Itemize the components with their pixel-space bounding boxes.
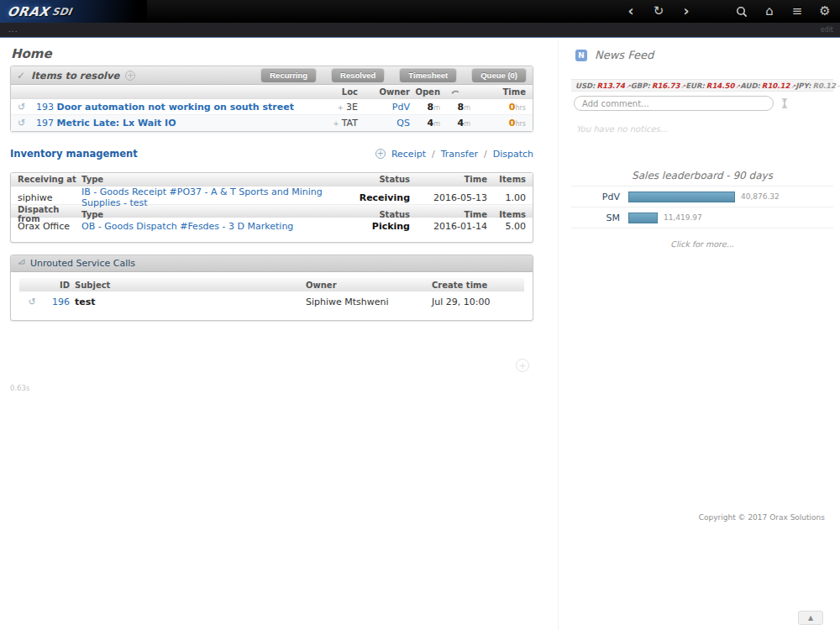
recurring-button[interactable]: Recurring — [260, 68, 317, 83]
dispatch-type-link[interactable]: OB - Goods Dispatch #Fesdes - 3 D Market… — [81, 221, 326, 232]
render-time: 0.63s — [10, 384, 29, 392]
item-waiting-time: 8m — [440, 102, 470, 113]
add-receipt-icon[interactable]: + — [375, 149, 386, 159]
currency-ticker: USD:R13.74↗ GBP:R16.73↗ EUR:R14.50↗ AUD:… — [571, 79, 833, 92]
edit-link[interactable]: edit — [821, 26, 833, 34]
more-menu-button[interactable]: ... — [8, 25, 18, 34]
receiving-column-header: Receiving at Type Status Time Items — [11, 173, 533, 186]
inventory-actions: + Receipt / Transfer / Dispatch — [375, 149, 533, 160]
home-icon[interactable]: ⌂ — [763, 4, 776, 19]
refresh-icon[interactable]: ↻ — [652, 4, 665, 19]
item-subject[interactable]: 197 Metric Late: Lx Wait IO — [36, 118, 314, 129]
receipt-link[interactable]: Receipt — [391, 149, 426, 160]
dispatch-location: Orax Office — [18, 221, 81, 232]
leaderboard-row: SM 11,419.97 — [571, 207, 833, 228]
receipt-type-link[interactable]: IB - Goods Receipt #PO37 - A & T Sports … — [81, 186, 326, 208]
service-calls-panel: Unrouted Service Calls ID Subject Owner … — [10, 255, 533, 321]
service-call-id[interactable]: 196 — [45, 297, 70, 307]
expand-icon: + — [338, 103, 344, 112]
leaderboard-title: Sales leaderboard - 90 days — [571, 170, 833, 181]
items-column-header: Loc Owner Open Time — [11, 85, 533, 99]
receiving-items: 1.00 — [487, 192, 526, 203]
service-calls-column-header: ID Subject Owner Create time — [19, 278, 524, 291]
ticker-jpy[interactable]: JPY:R0.12→ — [795, 81, 840, 90]
ticker-usd[interactable]: USD:R13.74↗ — [575, 81, 631, 90]
logo-text-sdi: SDI — [51, 6, 73, 18]
leaderboard-value: 40,876.32 — [741, 192, 780, 201]
check-icon: ✓ — [17, 70, 25, 81]
ticker-gbp[interactable]: GBP:R16.73↗ — [631, 81, 685, 90]
item-logged-time: 0hrs — [470, 118, 526, 129]
inventory-heading-row: Inventory management + Receipt / Transfe… — [10, 148, 533, 160]
comment-input-wrap — [574, 96, 774, 111]
dispatch-status: Picking — [326, 221, 410, 232]
divider — [558, 39, 559, 630]
comment-input[interactable] — [582, 97, 765, 110]
secondary-bar: ... edit — [0, 23, 840, 38]
item-waiting-time: 4m — [440, 118, 470, 129]
trend-flat-icon: → — [837, 83, 840, 90]
open-item-icon[interactable]: ↺ — [18, 102, 36, 113]
service-calls-header[interactable]: Unrouted Service Calls — [11, 255, 533, 272]
item-owner: PdV — [358, 102, 410, 113]
copyright-text: Copyright © 2017 Orax Solutions — [571, 513, 825, 522]
open-item-icon[interactable]: ↺ — [18, 118, 36, 129]
item-open-time: 4m — [410, 118, 440, 129]
leaderboard-chart: PdV 40,876.32 SM 11,419.97 — [571, 186, 833, 228]
item-open-time: 8m — [410, 102, 440, 113]
leaderboard-label: SM — [571, 213, 620, 223]
top-bar: ORAX SDI ‹ ↻ › ⌂ ≡ ⚙ — [0, 0, 840, 23]
ticker-aud[interactable]: AUD:R10.12↗ — [740, 81, 795, 90]
scroll-top-button[interactable]: ▲ — [798, 611, 823, 625]
item-row: ↺ 193 Door automation not working on sou… — [11, 99, 533, 115]
col-loc: Loc — [314, 87, 358, 97]
leaderboard-row: PdV 40,876.32 — [571, 186, 833, 207]
item-row: ↺ 197 Metric Late: Lx Wait IO +TAT QS 4m… — [11, 115, 533, 131]
no-notices-text: You have no notices... — [576, 124, 668, 134]
receiving-status: Receiving — [326, 192, 410, 203]
news-feed-header: N News Feed — [575, 49, 654, 61]
back-icon[interactable]: ‹ — [624, 4, 638, 19]
col-open: Open — [410, 87, 440, 97]
dispatch-link[interactable]: Dispatch — [493, 149, 533, 160]
filter-buttons: Recurring Resolved Timesheet Queue (0) — [260, 68, 527, 83]
top-nav: ‹ ↻ › ⌂ ≡ ⚙ — [624, 0, 832, 23]
queue-button[interactable]: Queue (0) — [471, 68, 527, 83]
items-to-resolve-header: ✓ Items to resolve + Recurring Resolved … — [11, 66, 533, 85]
menu-icon[interactable]: ≡ — [790, 4, 804, 19]
item-logged-time: 0hrs — [470, 102, 526, 113]
add-item-icon[interactable]: + — [125, 71, 135, 81]
settings-gear-icon[interactable]: ⚙ — [818, 4, 832, 19]
item-subject[interactable]: 193 Door automation not working on south… — [36, 102, 314, 113]
expand-icon: + — [333, 119, 339, 128]
transfer-link[interactable]: Transfer — [441, 149, 478, 160]
resize-icon[interactable] — [780, 97, 790, 112]
ticker-eur[interactable]: EUR:R14.50↗ — [685, 81, 740, 90]
open-item-icon[interactable]: ↺ — [19, 297, 45, 307]
item-loc: +TAT — [314, 118, 358, 129]
search-icon[interactable] — [735, 4, 748, 19]
phone-icon — [440, 87, 470, 97]
leaderboard-more-link[interactable]: Click for more... — [571, 239, 833, 249]
service-call-created: Jul 29, 10:00 — [432, 297, 524, 307]
dispatch-time: 2016-01-14 — [410, 221, 487, 232]
service-call-subject[interactable]: test — [70, 297, 306, 307]
receiving-row: siphiwe IB - Goods Receipt #PO37 - A & T… — [11, 186, 533, 204]
app-logo[interactable]: ORAX SDI — [0, 0, 147, 23]
service-call-row: ↺ 196 test Siphiwe Mtshweni Jul 29, 10:0… — [19, 291, 524, 312]
items-to-resolve-panel: ✓ Items to resolve + Recurring Resolved … — [10, 66, 533, 132]
forward-icon[interactable]: › — [680, 4, 693, 19]
item-owner: QS — [358, 118, 410, 129]
add-widget-icon[interactable]: + — [516, 359, 529, 372]
collapse-icon — [18, 258, 25, 269]
receiving-time: 2016-05-13 — [410, 192, 487, 203]
resolved-button[interactable]: Resolved — [331, 68, 385, 83]
timesheet-button[interactable]: Timesheet — [399, 68, 457, 83]
news-feed-badge-icon: N — [575, 50, 587, 61]
leaderboard-value: 11,419.97 — [664, 213, 702, 222]
items-to-resolve-title: Items to resolve — [31, 70, 119, 81]
col-owner: Owner — [358, 87, 410, 97]
logo-text-orax: ORAX — [6, 4, 50, 19]
leaderboard-bar — [628, 192, 735, 202]
dispatch-items: 5.00 — [487, 221, 526, 232]
